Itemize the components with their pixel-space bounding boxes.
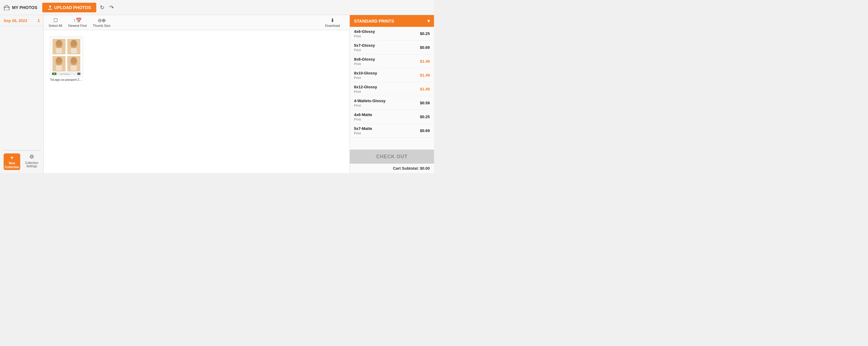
print-name: 4x6-Glossy: [354, 29, 375, 34]
newest-first-button[interactable]: ↑📅 Newest First: [68, 18, 87, 27]
refresh-button[interactable]: ↻: [99, 3, 105, 12]
share-icon: ↷: [109, 4, 114, 10]
share-button[interactable]: ↷: [108, 3, 115, 12]
print-price: $0.69: [420, 128, 430, 133]
upload-icon: [48, 5, 53, 10]
thumb-size-button[interactable]: ⊖⊕ Thumb Size: [93, 18, 111, 27]
chevron-down-icon: ▾: [427, 18, 430, 24]
newest-first-label: Newest First: [68, 24, 87, 27]
svg-rect-9: [71, 48, 77, 54]
svg-rect-5: [56, 48, 62, 54]
print-item[interactable]: 4x6-Glossy Print $0.25: [350, 27, 434, 41]
svg-point-16: [71, 57, 77, 64]
print-price: $0.69: [420, 45, 430, 50]
print-sub: Print: [354, 34, 375, 38]
main-content: Sep 26, 2023 1 + NewCollection ⚙ Collect…: [0, 15, 434, 173]
photo-item[interactable]: 7ID https://7idapp.com 7id-app-us-passpo…: [50, 36, 83, 81]
svg-point-4: [56, 40, 62, 46]
my-photos-button[interactable]: MY PHOTOS: [4, 5, 37, 10]
print-name: 8x12-Glossy: [354, 85, 377, 89]
print-item[interactable]: 5x7-Matte Print $0.69: [350, 124, 434, 138]
download-icon: ⬇: [331, 18, 334, 23]
print-item[interactable]: 8x10-Glossy Print $1.49: [350, 68, 434, 82]
plus-icon: +: [10, 154, 13, 161]
upload-photos-button[interactable]: UPLOAD PHOTOS: [42, 3, 97, 12]
photo-grid: 7ID https://7idapp.com 7id-app-us-passpo…: [44, 30, 349, 173]
select-all-label: Select All: [49, 24, 62, 27]
svg-rect-13: [56, 65, 62, 71]
print-price: $1.49: [420, 87, 430, 91]
print-info: 4-Wallets-Glossy Print: [354, 99, 385, 107]
svg-rect-22: [77, 73, 80, 75]
print-info: 8x12-Glossy Print: [354, 85, 377, 94]
print-item[interactable]: 4-Wallets-Glossy Print $0.59: [350, 96, 434, 110]
date-section: Sep 26, 2023 1: [0, 15, 43, 26]
sort-icon: ↑📅: [73, 18, 82, 23]
svg-point-12: [56, 57, 62, 64]
print-info: 8x10-Glossy Print: [354, 71, 377, 79]
cart-subtotal: Cart Subtotal: $0.00: [350, 164, 434, 173]
new-collection-button[interactable]: + NewCollection: [4, 153, 20, 170]
svg-rect-0: [4, 7, 9, 10]
svg-text:https://7idapp.com: https://7idapp.com: [60, 73, 70, 75]
print-info: 4x6-Matte Print: [354, 112, 372, 121]
right-sidebar: STANDARD PRINTS ▾ 4x6-Glossy Print $0.25…: [349, 15, 434, 173]
download-button[interactable]: ⬇ Download: [325, 18, 340, 27]
print-info: 5x7-Glossy Print: [354, 43, 375, 52]
print-name: 5x7-Matte: [354, 126, 372, 131]
left-sidebar: Sep 26, 2023 1 + NewCollection ⚙ Collect…: [0, 15, 44, 173]
print-name: 5x7-Glossy: [354, 43, 375, 47]
my-photos-label: MY PHOTOS: [12, 5, 37, 10]
center-area: ☐ Select All ↑📅 Newest First ⊖⊕ Thumb Si…: [44, 15, 349, 173]
print-price: $0.59: [420, 101, 430, 105]
print-sub: Print: [354, 90, 377, 94]
print-item[interactable]: 5x7-Glossy Print $0.69: [350, 41, 434, 55]
date-label: Sep 26, 2023: [4, 19, 27, 23]
svg-text:7ID: 7ID: [53, 73, 56, 75]
top-bar: MY PHOTOS UPLOAD PHOTOS ↻ ↷: [0, 0, 434, 15]
print-sub: Print: [354, 62, 375, 66]
photo-thumbnail: 7ID https://7idapp.com: [50, 36, 83, 77]
print-item[interactable]: 8x8-Glossy Print $1.49: [350, 55, 434, 68]
standard-prints-header[interactable]: STANDARD PRINTS ▾: [350, 15, 434, 27]
print-sub: Print: [354, 117, 372, 121]
photo-label: 7id-app-us-passport-2023-09-...: [50, 78, 83, 81]
svg-rect-17: [71, 65, 77, 71]
sidebar-bottom: + NewCollection ⚙ CollectionSettings: [0, 150, 43, 173]
print-sub: Print: [354, 76, 377, 79]
collection-settings-label: CollectionSettings: [25, 161, 38, 168]
checkbox-icon: ☐: [54, 18, 58, 23]
checkout-button[interactable]: CHECK OUT: [350, 150, 434, 164]
thumb-size-label: Thumb Size: [93, 24, 111, 27]
passport-sheet-svg: 7ID https://7idapp.com: [51, 37, 82, 76]
standard-prints-label: STANDARD PRINTS: [354, 19, 394, 24]
upload-label: UPLOAD PHOTOS: [54, 5, 91, 10]
thumb-size-icon: ⊖⊕: [98, 18, 105, 23]
select-all-button[interactable]: ☐ Select All: [49, 18, 62, 27]
print-info: 8x8-Glossy Print: [354, 57, 375, 66]
print-name: 8x8-Glossy: [354, 57, 375, 62]
print-info: 4x6-Glossy Print: [354, 29, 375, 38]
print-price: $1.49: [420, 59, 430, 64]
new-collection-label: NewCollection: [4, 161, 19, 169]
house-icon: [4, 5, 10, 10]
print-item[interactable]: 4x6-Matte Print $0.25: [350, 110, 434, 124]
toolbar: ☐ Select All ↑📅 Newest First ⊖⊕ Thumb Si…: [44, 15, 349, 30]
print-name: 4x6-Matte: [354, 112, 372, 117]
prints-list: 4x6-Glossy Print $0.25 5x7-Glossy Print …: [350, 27, 434, 150]
collection-settings-button[interactable]: ⚙ CollectionSettings: [25, 153, 38, 168]
print-sub: Print: [354, 48, 375, 52]
gear-icon: ⚙: [29, 153, 34, 160]
refresh-icon: ↻: [100, 4, 104, 10]
print-price: $0.25: [420, 114, 430, 119]
download-label: Download: [325, 24, 340, 27]
print-item[interactable]: 8x12-Glossy Print $1.49: [350, 82, 434, 96]
print-sub: Print: [354, 104, 385, 107]
print-price: $1.49: [420, 73, 430, 77]
print-info: 5x7-Matte Print: [354, 126, 372, 135]
print-name: 4-Wallets-Glossy: [354, 99, 385, 103]
print-price: $0.25: [420, 31, 430, 36]
print-sub: Print: [354, 131, 372, 135]
print-name: 8x10-Glossy: [354, 71, 377, 75]
svg-point-8: [71, 40, 77, 46]
